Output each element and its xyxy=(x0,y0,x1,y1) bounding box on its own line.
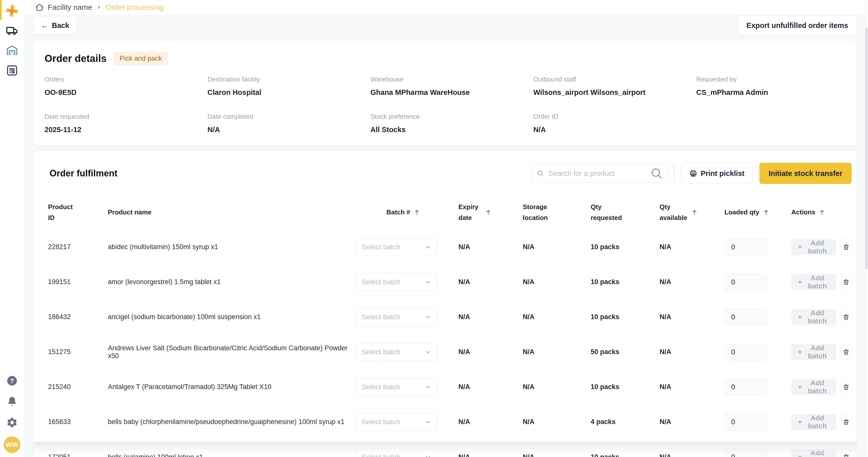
qty-requested-cell: 10 packs xyxy=(591,453,659,457)
loaded-qty-input[interactable] xyxy=(724,274,768,290)
sort-arrow-icon[interactable] xyxy=(818,209,826,216)
qty-requested-cell: 10 packs xyxy=(591,383,659,391)
qty-available-cell: N/A xyxy=(659,313,724,321)
export-unfulfilled-button[interactable]: Export unfulfilled order items xyxy=(738,16,857,35)
select-batch-dropdown[interactable]: Select batch xyxy=(355,378,437,396)
qty-requested-cell: 10 packs xyxy=(591,243,659,251)
delete-row-button[interactable] xyxy=(841,344,851,360)
sidebar-item-help[interactable]: ? xyxy=(6,375,18,387)
add-batch-button[interactable]: + Add batch xyxy=(791,379,836,395)
search-input[interactable] xyxy=(532,164,668,183)
delete-row-button[interactable] xyxy=(841,239,851,255)
delete-row-button[interactable] xyxy=(841,379,851,395)
page-scrollbar[interactable] xyxy=(865,0,868,457)
export-label: Export unfulfilled order items xyxy=(747,21,848,30)
field-warehouse: Warehouse Ghana MPharma WareHouse xyxy=(370,76,533,97)
sidebar-item-deliveries[interactable] xyxy=(6,25,18,37)
expiry-date-cell: N/A xyxy=(458,278,523,286)
select-batch-dropdown[interactable]: Select batch xyxy=(355,448,437,457)
loaded-qty-cell xyxy=(724,309,791,325)
app-logo[interactable] xyxy=(5,3,19,19)
qty-requested-cell: 10 packs xyxy=(591,313,659,321)
add-batch-button[interactable]: + Add batch xyxy=(791,309,836,325)
expiry-date-cell: N/A xyxy=(458,418,523,426)
add-batch-button[interactable]: + Add batch xyxy=(791,344,836,360)
loaded-qty-input[interactable] xyxy=(724,379,768,395)
select-batch-placeholder: Select batch xyxy=(362,418,400,426)
actions-cell: + Add batch xyxy=(791,344,851,360)
sidebar-item-warehouse[interactable] xyxy=(6,44,18,57)
add-batch-button[interactable]: + Add batch xyxy=(791,274,836,290)
qty-available-cell: N/A xyxy=(659,383,724,391)
sort-arrow-icon[interactable] xyxy=(763,209,770,216)
back-label: Back xyxy=(52,21,69,30)
stock-transfer-icon xyxy=(6,64,18,77)
truck-icon xyxy=(6,25,18,37)
order-details-fields: Orders OO-9E5D Destination facility Clar… xyxy=(44,76,846,134)
initiate-stock-transfer-label: Initiate stock transfer xyxy=(769,169,842,178)
add-batch-label: Add batch xyxy=(805,274,830,290)
select-batch-dropdown[interactable]: Select batch xyxy=(355,413,437,431)
add-batch-label: Add batch xyxy=(805,239,830,255)
sidebar-item-settings[interactable] xyxy=(6,417,18,428)
loaded-qty-input[interactable] xyxy=(724,344,768,360)
field-orders: Orders OO-9E5D xyxy=(44,76,208,97)
back-button[interactable]: ← Back xyxy=(33,16,77,35)
select-batch-dropdown[interactable]: Select batch xyxy=(355,308,437,326)
select-batch-placeholder: Select batch xyxy=(362,383,400,391)
batch-cell: Select batch xyxy=(355,413,458,431)
table-row: 199151 amor (levonorgestrel) 1.5mg table… xyxy=(33,265,857,300)
sort-arrow-icon[interactable] xyxy=(485,209,492,216)
initiate-stock-transfer-button[interactable]: Initiate stock transfer xyxy=(760,163,851,184)
add-batch-button[interactable]: + Add batch xyxy=(791,449,836,457)
flower-logo-icon xyxy=(5,3,19,19)
chevron-down-icon xyxy=(425,383,432,391)
loaded-qty-input[interactable] xyxy=(724,449,768,457)
chevron-right-icon: › xyxy=(96,3,101,11)
printer-icon xyxy=(689,169,697,177)
delete-row-button[interactable] xyxy=(841,274,851,290)
add-batch-button[interactable]: + Add batch xyxy=(791,414,836,430)
batch-cell: Select batch xyxy=(355,238,458,256)
sort-arrow-icon[interactable] xyxy=(413,209,421,216)
product-id-cell: 172051 xyxy=(48,453,108,457)
print-picklist-button[interactable]: Print picklist xyxy=(681,163,753,184)
scrollbar-thumb[interactable] xyxy=(866,28,868,269)
product-id-cell: 215240 xyxy=(48,383,108,391)
col-expiry-date: Expiry date xyxy=(458,202,523,223)
field-requested-by: Requested by CS_mPharma Admin xyxy=(696,76,859,97)
gear-icon xyxy=(6,417,18,428)
delete-row-button[interactable] xyxy=(841,449,851,457)
loaded-qty-input[interactable] xyxy=(724,309,768,325)
field-date-completed: Date completed N/A xyxy=(208,113,370,134)
breadcrumb-facility[interactable]: Facility name xyxy=(48,3,92,11)
qty-available-cell: N/A xyxy=(659,348,724,356)
select-batch-dropdown[interactable]: Select batch xyxy=(355,343,437,361)
add-batch-button[interactable]: + Add batch xyxy=(791,239,836,255)
breadcrumb-current: Order processing xyxy=(105,3,163,11)
select-batch-dropdown[interactable]: Select batch xyxy=(355,273,437,291)
trash-icon xyxy=(843,244,850,251)
loaded-qty-input[interactable] xyxy=(724,239,768,255)
col-qty-requested: Qty requested xyxy=(591,202,659,223)
order-details-title: Order details xyxy=(44,53,106,64)
table-row: 165633 bells baby (chlorphenilamine/pseu… xyxy=(33,405,857,440)
topbar: Facility name › Order processing xyxy=(24,0,868,15)
trash-icon xyxy=(843,279,850,286)
sort-arrow-icon[interactable] xyxy=(691,209,698,216)
add-batch-label: Add batch xyxy=(805,309,830,325)
loaded-qty-cell xyxy=(724,379,791,395)
select-batch-placeholder: Select batch xyxy=(362,278,400,286)
search-submit-icon[interactable] xyxy=(650,167,663,180)
sidebar-item-orders[interactable] xyxy=(6,64,18,77)
product-name-cell: Antalgex T (Paracetamol/Tramadol) 325Mg … xyxy=(108,383,355,391)
sidebar-item-notifications[interactable] xyxy=(6,396,18,407)
user-avatar[interactable]: WW xyxy=(4,436,20,453)
delete-row-button[interactable] xyxy=(841,309,851,325)
delete-row-button[interactable] xyxy=(841,414,851,430)
loaded-qty-input[interactable] xyxy=(724,414,768,430)
home-icon[interactable] xyxy=(35,3,44,11)
select-batch-dropdown[interactable]: Select batch xyxy=(355,238,437,256)
plus-icon: + xyxy=(798,418,802,426)
table-row: 151275 Andrews Liver Salt (Sodium Bicarb… xyxy=(33,335,857,370)
